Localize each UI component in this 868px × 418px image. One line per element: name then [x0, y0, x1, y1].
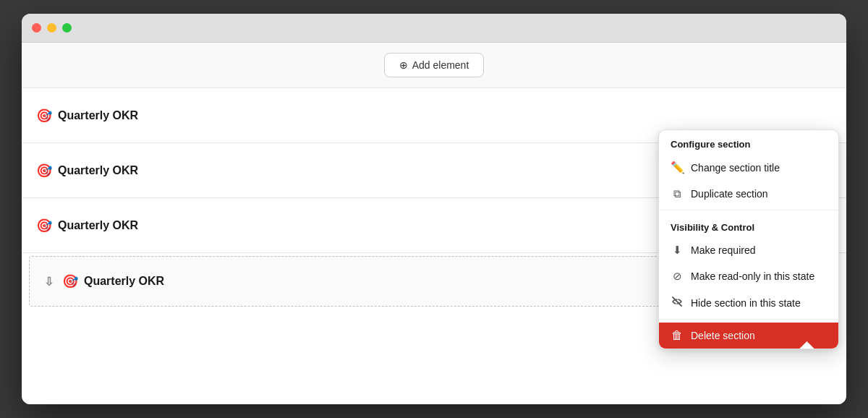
duplicate-label: Duplicate section	[691, 188, 768, 200]
section-title-text: Quarterly OKR	[58, 109, 138, 122]
traffic-lights	[32, 23, 72, 33]
hide-icon	[671, 296, 684, 310]
hide-section-label: Hide section in this state	[691, 297, 801, 309]
delete-section-label: Delete section	[691, 330, 755, 341]
context-menu: Configure section ✏️ Change section titl…	[658, 129, 839, 349]
menu-divider	[659, 210, 838, 210]
change-title-menu-item[interactable]: ✏️ Change section title	[659, 154, 838, 181]
maximize-button[interactable]	[62, 23, 72, 33]
titlebar	[22, 14, 846, 43]
section-emoji: 🎯	[62, 273, 78, 289]
section-emoji: 🎯	[36, 218, 52, 234]
add-element-bar: ⊕ Add element	[22, 43, 846, 88]
section-title: 🎯 Quarterly OKR	[36, 218, 138, 234]
section-title: ⇩ 🎯 Quarterly OKR	[44, 273, 164, 289]
eye-slash-icon	[671, 296, 683, 307]
duplicate-icon: ⧉	[671, 187, 684, 200]
duplicate-section-menu-item[interactable]: ⧉ Duplicate section	[659, 181, 838, 207]
section-title-text: Quarterly OKR	[84, 275, 164, 288]
make-required-menu-item[interactable]: ⬇ Make required	[659, 237, 838, 263]
section-title: 🎯 Quarterly OKR	[36, 108, 138, 124]
required-indicator-icon: ⇩	[44, 275, 54, 289]
change-title-label: Change section title	[691, 162, 780, 174]
menu-divider-2	[659, 319, 838, 320]
make-required-label: Make required	[691, 244, 756, 256]
delete-section-menu-item[interactable]: 🗑 Delete section	[659, 323, 838, 349]
add-element-icon: ⊕	[399, 59, 408, 71]
make-readonly-menu-item[interactable]: ⊘ Make read-only in this state	[659, 263, 838, 289]
configure-section-header: Configure section	[659, 130, 838, 154]
readonly-icon: ⊘	[671, 270, 684, 283]
app-window: ⊕ Add element 🎯 Quarterly OKR 🎯 Quarterl…	[22, 14, 846, 404]
hide-section-menu-item[interactable]: Hide section in this state	[659, 289, 838, 316]
section-emoji: 🎯	[36, 163, 52, 179]
required-icon: ⬇	[671, 244, 684, 257]
section-title: 🎯 Quarterly OKR	[36, 163, 138, 179]
add-element-label: Add element	[412, 59, 469, 71]
visibility-section-header: Visibility & Control	[659, 213, 838, 237]
delete-icon: 🗑	[671, 329, 684, 342]
make-readonly-label: Make read-only in this state	[691, 270, 814, 282]
minimize-button[interactable]	[47, 23, 56, 33]
content-area: ⊕ Add element 🎯 Quarterly OKR 🎯 Quarterl…	[22, 43, 846, 404]
pencil-icon: ✏️	[671, 161, 684, 174]
svg-line-0	[673, 297, 681, 306]
close-button[interactable]	[32, 23, 41, 33]
section-title-text: Quarterly OKR	[58, 164, 138, 177]
section-emoji: 🎯	[36, 108, 52, 124]
section-title-text: Quarterly OKR	[58, 219, 138, 232]
add-element-button[interactable]: ⊕ Add element	[384, 53, 485, 77]
